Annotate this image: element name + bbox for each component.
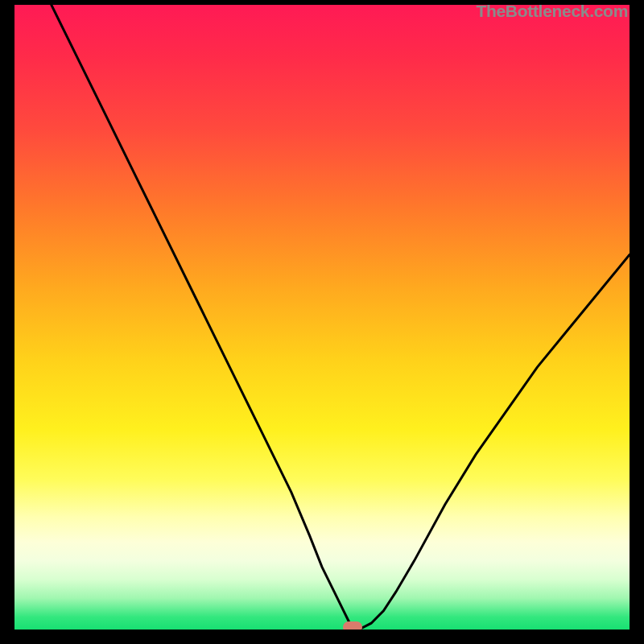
plot-area <box>14 5 630 630</box>
optimal-point-marker <box>343 621 362 630</box>
chart-container: TheBottleneck.com <box>0 0 644 644</box>
curve-layer <box>14 5 630 630</box>
bottleneck-curve <box>52 5 630 630</box>
watermark-text: TheBottleneck.com <box>476 2 628 21</box>
